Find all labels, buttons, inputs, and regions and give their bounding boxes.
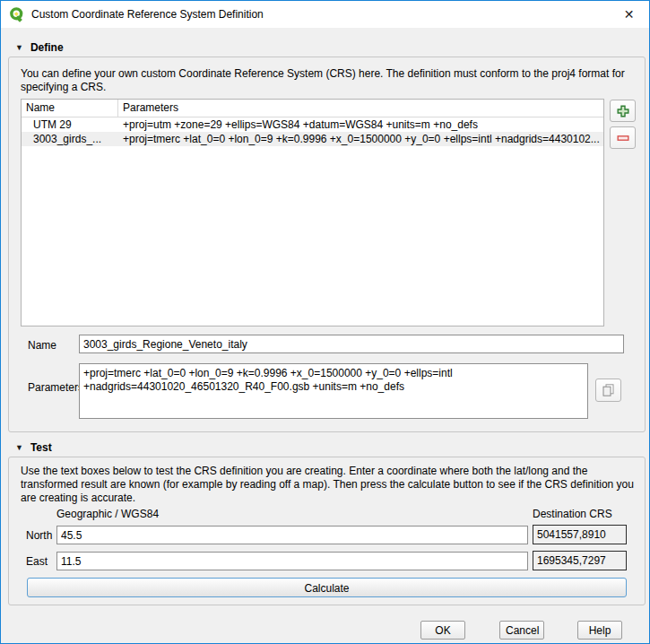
crs-name-cell[interactable]: UTM 29 bbox=[22, 117, 118, 132]
test-description: Use the text boxes below to test the CRS… bbox=[21, 465, 634, 505]
collapse-arrow-icon[interactable]: ▼ bbox=[15, 443, 23, 452]
calculate-button[interactable]: Calculate bbox=[27, 578, 627, 597]
east-result-box: 1695345,7297 bbox=[533, 551, 627, 570]
remove-crs-button[interactable] bbox=[610, 126, 636, 149]
east-input[interactable] bbox=[56, 552, 528, 570]
table-row[interactable]: UTM 29 +proj=utm +zone=29 +ellips=WGS84 … bbox=[22, 117, 603, 132]
crs-parameters-textarea[interactable]: +proj=tmerc +lat_0=0 +lon_0=9 +k=0.9996 … bbox=[79, 363, 588, 419]
copy-icon bbox=[602, 383, 615, 397]
test-group-header[interactable]: ▼ Test bbox=[15, 441, 52, 454]
north-input[interactable] bbox=[56, 526, 528, 544]
qgis-logo-icon bbox=[9, 6, 25, 22]
crs-parameters-cell[interactable]: +proj=utm +zone=29 +ellips=WGS84 +datum=… bbox=[118, 117, 603, 132]
define-group-header[interactable]: ▼ Define bbox=[15, 41, 64, 54]
crs-table-header[interactable]: Name Parameters bbox=[22, 100, 603, 117]
crs-name-input[interactable] bbox=[79, 335, 624, 353]
minus-icon bbox=[616, 131, 630, 145]
name-label: Name bbox=[28, 339, 56, 352]
define-group-title: Define bbox=[30, 41, 64, 54]
parameters-label: Parameters bbox=[28, 381, 83, 394]
add-crs-button[interactable] bbox=[610, 100, 636, 122]
close-icon[interactable]: ✕ bbox=[609, 1, 649, 28]
cancel-button[interactable]: Cancel bbox=[499, 621, 544, 640]
destination-crs-column-label: Destination CRS bbox=[533, 508, 612, 520]
east-label: East bbox=[26, 555, 48, 568]
test-group-title: Test bbox=[30, 441, 52, 454]
collapse-arrow-icon[interactable]: ▼ bbox=[15, 43, 23, 52]
titlebar: Custom Coordinate Reference System Defin… bbox=[1, 1, 649, 28]
ok-button[interactable]: OK bbox=[420, 621, 465, 640]
crs-parameters-cell[interactable]: +proj=tmerc +lat_0=0 +lon_0=9 +k=0.9996 … bbox=[118, 132, 603, 146]
help-button[interactable]: Help bbox=[577, 621, 622, 640]
window-title: Custom Coordinate Reference System Defin… bbox=[31, 8, 264, 21]
table-row[interactable]: 3003_girds_... +proj=tmerc +lat_0=0 +lon… bbox=[22, 132, 603, 146]
north-label: North bbox=[26, 529, 52, 542]
north-result-box: 5041557,8910 bbox=[533, 525, 627, 544]
column-header-name[interactable]: Name bbox=[22, 100, 118, 117]
crs-table[interactable]: Name Parameters UTM 29 +proj=utm +zone=2… bbox=[21, 99, 604, 326]
geographic-column-label: Geographic / WGS84 bbox=[56, 508, 159, 520]
plus-icon bbox=[616, 104, 630, 118]
crs-name-cell[interactable]: 3003_girds_... bbox=[22, 132, 118, 146]
define-description: You can define your own custom Coordinat… bbox=[21, 67, 628, 94]
custom-crs-dialog: Custom Coordinate Reference System Defin… bbox=[0, 0, 650, 644]
copy-parameters-button[interactable] bbox=[595, 379, 621, 402]
column-header-parameters[interactable]: Parameters bbox=[118, 100, 603, 117]
